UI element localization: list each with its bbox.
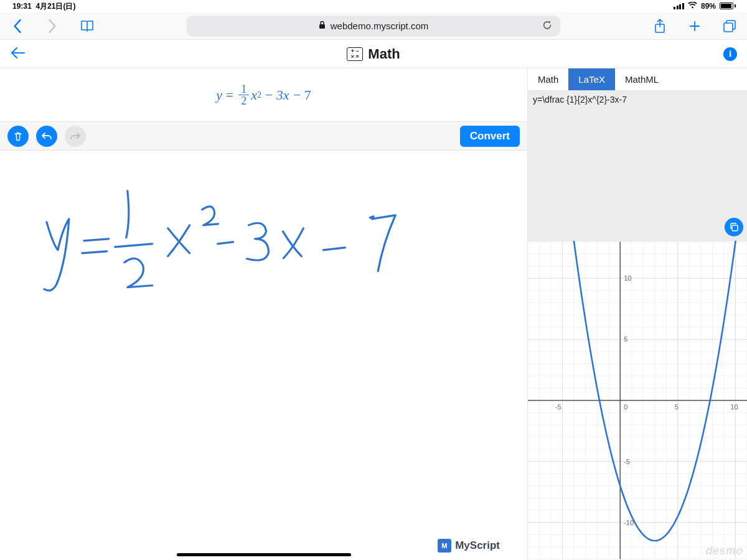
desmos-watermark: desmo (705, 544, 743, 558)
svg-text:0: 0 (624, 403, 627, 411)
recognized-formula: y = 12x2 − 3x − 7 (0, 68, 527, 122)
app-title: Math (368, 46, 400, 62)
svg-text:5: 5 (624, 335, 627, 343)
wifi-icon (688, 1, 697, 11)
graph-panel[interactable]: -50510-10-5510 desmo (528, 240, 747, 560)
svg-rect-2 (724, 23, 733, 32)
svg-text:10: 10 (624, 274, 631, 282)
undo-button[interactable] (36, 126, 57, 147)
convert-button[interactable]: Convert (460, 126, 520, 147)
handwriting-canvas[interactable]: MMyScript (0, 151, 527, 560)
address-bar[interactable]: webdemo.myscript.com (187, 16, 560, 37)
canvas-toolbar: Convert (0, 122, 527, 151)
battery-icon (720, 2, 736, 9)
safari-toolbar: webdemo.myscript.com (0, 12, 747, 40)
svg-rect-0 (319, 24, 325, 29)
output-tabs: Math LaTeX MathML (528, 68, 747, 91)
app-header: + −× = Math i (0, 40, 747, 68)
tab-mathml[interactable]: MathML (615, 68, 669, 90)
trash-button[interactable] (7, 126, 29, 147)
svg-text:-10: -10 (624, 519, 634, 526)
ipad-home-indicator[interactable] (177, 553, 351, 556)
svg-text:5: 5 (675, 403, 679, 411)
app-back-icon[interactable] (11, 47, 25, 61)
share-icon[interactable] (651, 17, 669, 35)
tab-math[interactable]: Math (528, 68, 568, 90)
bookmarks-icon[interactable] (78, 17, 96, 35)
myscript-logo: MMyScript (438, 539, 500, 553)
lock-icon (319, 21, 326, 31)
battery-percent-text: 89% (701, 2, 716, 11)
clock-text: 19:31 (12, 2, 32, 11)
reload-icon[interactable] (542, 19, 553, 32)
info-icon[interactable]: i (723, 47, 737, 61)
date-text: 4月21日(日) (35, 2, 75, 11)
back-icon[interactable] (9, 17, 26, 35)
svg-text:-5: -5 (624, 458, 630, 465)
svg-text:10: 10 (730, 403, 738, 411)
address-text: webdemo.myscript.com (331, 21, 429, 31)
forward-icon (44, 17, 61, 35)
graph-plot: -50510-10-5510 (528, 241, 747, 560)
cellular-signal-icon (674, 3, 684, 9)
handwriting-ink (0, 151, 527, 560)
tab-latex[interactable]: LaTeX (568, 68, 615, 90)
math-app-icon: + −× = (347, 47, 363, 61)
svg-text:-5: -5 (555, 403, 561, 411)
new-tab-icon[interactable] (686, 17, 703, 35)
tabs-icon[interactable] (721, 17, 738, 35)
latex-output-box[interactable]: y=\dfrac {1}{2}x^{2}-3x-7 (528, 91, 747, 240)
ipad-status-bar: 19:31 4月21日(日) 89% (0, 0, 747, 12)
latex-output-text: y=\dfrac {1}{2}x^{2}-3x-7 (533, 95, 627, 105)
svg-rect-3 (732, 225, 738, 231)
copy-button[interactable] (725, 218, 743, 236)
redo-button (65, 126, 86, 147)
